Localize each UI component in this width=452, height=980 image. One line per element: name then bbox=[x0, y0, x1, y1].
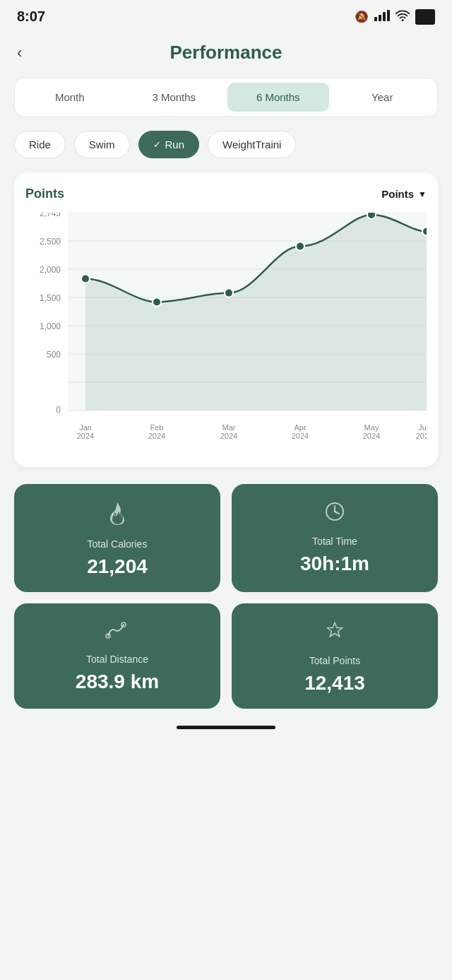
svg-rect-2 bbox=[383, 12, 386, 21]
time-label: Total Time bbox=[312, 536, 357, 547]
mute-icon: 🔕 bbox=[355, 10, 369, 23]
wifi-icon bbox=[396, 10, 410, 24]
chart-title: Points bbox=[25, 187, 64, 201]
header: ‹ Performance bbox=[0, 30, 452, 78]
chevron-down-icon: ▼ bbox=[418, 189, 427, 199]
svg-text:1,500: 1,500 bbox=[40, 293, 61, 303]
tab-6months[interactable]: 6 Months bbox=[227, 83, 329, 112]
svg-rect-0 bbox=[374, 17, 377, 21]
clock-icon bbox=[324, 501, 345, 527]
svg-text:2,000: 2,000 bbox=[40, 265, 61, 275]
svg-text:Jan: Jan bbox=[79, 423, 92, 432]
pill-swim-label: Swim bbox=[89, 138, 115, 150]
svg-rect-3 bbox=[387, 10, 390, 21]
svg-text:Mar: Mar bbox=[222, 423, 236, 432]
points-label: Total Points bbox=[309, 655, 360, 666]
svg-line-40 bbox=[335, 512, 339, 514]
pill-wt-label: WeightTraini bbox=[222, 138, 281, 150]
calories-value: 21,204 bbox=[87, 555, 148, 578]
distance-label: Total Distance bbox=[86, 654, 148, 665]
svg-text:2,500: 2,500 bbox=[40, 237, 61, 247]
signal-icon bbox=[374, 10, 390, 24]
chart-header: Points Points ▼ bbox=[25, 187, 427, 201]
chart-card: Points Points ▼ 2,745 2,500 2,000 1 bbox=[14, 172, 438, 467]
svg-text:1,000: 1,000 bbox=[40, 321, 61, 331]
stat-card-time: Total Time 30h:1m bbox=[232, 484, 438, 592]
tab-3months[interactable]: 3 Months bbox=[124, 83, 225, 112]
flame-icon bbox=[107, 501, 128, 530]
svg-text:2024: 2024 bbox=[77, 432, 94, 440]
home-indicator bbox=[177, 726, 275, 729]
stat-card-points: Total Points 12,413 bbox=[232, 603, 438, 709]
check-icon: ✓ bbox=[153, 139, 161, 150]
svg-point-35 bbox=[296, 242, 304, 251]
svg-text:2024: 2024 bbox=[292, 432, 309, 440]
dropdown-label: Points bbox=[381, 188, 414, 200]
page-title: Performance bbox=[170, 42, 282, 64]
stat-card-calories: Total Calories 21,204 bbox=[14, 484, 220, 592]
svg-text:2024: 2024 bbox=[416, 432, 427, 440]
svg-point-36 bbox=[367, 213, 376, 219]
chart-area: 2,745 2,500 2,000 1,500 1,000 500 0 Jan … bbox=[25, 213, 427, 456]
svg-rect-1 bbox=[379, 15, 381, 21]
tab-month[interactable]: Month bbox=[19, 83, 121, 112]
svg-text:Apr: Apr bbox=[294, 423, 306, 432]
distance-value: 283.9 km bbox=[76, 671, 159, 693]
svg-point-34 bbox=[225, 289, 233, 297]
svg-text:Feb: Feb bbox=[150, 423, 164, 432]
star-icon bbox=[324, 620, 345, 647]
svg-point-33 bbox=[153, 298, 161, 307]
stats-grid: Total Calories 21,204 Total Time 30h:1m … bbox=[14, 484, 438, 709]
stat-card-distance: Total Distance 283.9 km bbox=[14, 603, 220, 709]
chart-dropdown[interactable]: Points ▼ bbox=[381, 188, 427, 200]
status-icons: 🔕 68 bbox=[355, 9, 435, 25]
status-bar: 8:07 🔕 68 bbox=[0, 0, 452, 30]
svg-text:2024: 2024 bbox=[220, 432, 237, 440]
pill-run-label: Run bbox=[165, 138, 185, 150]
svg-text:500: 500 bbox=[47, 350, 61, 360]
svg-text:2024: 2024 bbox=[148, 432, 165, 440]
back-button[interactable]: ‹ bbox=[17, 44, 22, 62]
status-time: 8:07 bbox=[17, 8, 45, 25]
svg-text:May: May bbox=[364, 423, 379, 432]
svg-point-32 bbox=[81, 275, 90, 283]
period-tabs: Month 3 Months 6 Months Year bbox=[14, 78, 438, 117]
pill-run[interactable]: ✓ Run bbox=[138, 131, 200, 158]
battery-icon: 68 bbox=[415, 9, 435, 25]
svg-text:2,745: 2,745 bbox=[40, 213, 61, 218]
calories-label: Total Calories bbox=[88, 538, 148, 550]
points-value: 12,413 bbox=[304, 672, 365, 695]
svg-text:0: 0 bbox=[56, 405, 61, 415]
svg-text:Jun: Jun bbox=[418, 423, 427, 432]
pill-ride-label: Ride bbox=[29, 138, 51, 150]
activity-pills: Ride Swim ✓ Run WeightTraini bbox=[0, 131, 452, 172]
svg-text:2024: 2024 bbox=[363, 432, 380, 440]
line-chart: 2,745 2,500 2,000 1,500 1,000 500 0 Jan … bbox=[25, 213, 427, 453]
time-value: 30h:1m bbox=[300, 553, 369, 575]
pill-weighttraining[interactable]: WeightTraini bbox=[208, 131, 296, 158]
svg-point-37 bbox=[422, 228, 427, 236]
tab-year[interactable]: Year bbox=[332, 83, 434, 112]
route-icon bbox=[105, 620, 129, 645]
pill-ride[interactable]: Ride bbox=[14, 131, 66, 158]
pill-swim[interactable]: Swim bbox=[74, 131, 130, 158]
